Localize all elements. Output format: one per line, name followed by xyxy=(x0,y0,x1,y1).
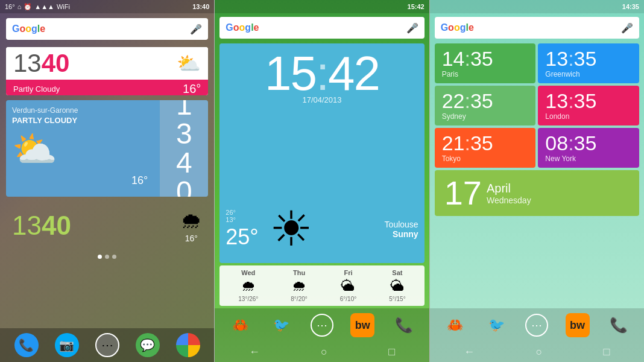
forecast-sat: Sat 🌥 5°/15° xyxy=(389,269,405,302)
home-button-3[interactable]: ○ xyxy=(535,346,542,358)
condition-text-1: Partly Cloudy xyxy=(13,84,60,94)
widget-weather-2: Verdun-sur-Garonne PARTLY CLOUDY ⛅ 16° 1… xyxy=(6,100,208,197)
weather-left-2: Verdun-sur-Garonne PARTLY CLOUDY ⛅ 16° xyxy=(6,100,160,197)
crab-app-3[interactable]: 🦀 xyxy=(443,313,467,337)
signal-icon: ▲▲▲ xyxy=(34,3,54,10)
crab-app-2[interactable]: 🦀 xyxy=(228,313,252,337)
bird-app-3[interactable]: 🐦 xyxy=(484,313,508,337)
recents-button-2[interactable]: □ xyxy=(388,346,395,358)
phone-app-2[interactable]: 📞 xyxy=(392,313,416,337)
dot-2 xyxy=(105,255,109,259)
forecast-fri: Fri 🌥 6°/10° xyxy=(340,269,356,302)
status-bar-2: 15:42 xyxy=(215,0,429,13)
status-left-1: 16° ⌂ ⏰ ▲▲▲ WiFi xyxy=(5,3,70,11)
dot-1 xyxy=(98,255,102,259)
back-button-2[interactable]: ← xyxy=(249,346,260,358)
clock-tile-greenwich: 13:35 Greenwich xyxy=(538,43,639,83)
app-dock-3: 🦀 🐦 ⋯ bw 📞 xyxy=(430,308,644,342)
google-logo-2: Google xyxy=(226,22,259,33)
home-button-2[interactable]: ○ xyxy=(321,346,327,358)
clock-hours-1: 13 xyxy=(13,49,42,77)
hangouts-app-icon[interactable]: 💬 xyxy=(136,333,160,357)
day-label-thu: Thu xyxy=(293,269,305,276)
london-time: 13:35 xyxy=(545,91,632,111)
nav-bar-2: ← ○ □ xyxy=(215,342,429,362)
status-right-2: 15:42 xyxy=(408,3,425,10)
camera-app-icon[interactable]: 📷 xyxy=(55,333,79,357)
clock-tile-london: 13:35 London xyxy=(538,86,639,125)
clock-top-1: 1340 ⛅ xyxy=(6,47,208,80)
back-button-3[interactable]: ← xyxy=(464,346,475,358)
status-bar-3: 14:35 xyxy=(430,0,644,13)
day-label-fri: Fri xyxy=(344,269,352,276)
temp-range-thu: 8°/20° xyxy=(291,296,307,302)
recents-button-3[interactable]: □ xyxy=(604,346,610,358)
sydney-time: 22:35 xyxy=(442,91,529,111)
clock-time-display-1: 1340 xyxy=(13,51,69,76)
forecast-icon-fri: 🌥 xyxy=(341,278,355,294)
mic-icon-1[interactable]: 🎤 xyxy=(190,24,202,35)
search-bar-1[interactable]: Google 🎤 xyxy=(6,18,208,40)
panel-android-3: 14:35 Google 🎤 14:35 Paris 13:35 Greenwi… xyxy=(430,0,644,362)
forecast-icon-thu: 🌧 xyxy=(292,278,306,294)
status-right-3: 14:35 xyxy=(622,3,639,10)
date-month-3: April xyxy=(487,182,531,195)
search-bar-3[interactable]: Google 🎤 xyxy=(435,17,639,39)
sydney-city: Sydney xyxy=(442,112,529,121)
cloud-icon-2: ⛅ xyxy=(12,128,154,171)
temp-range-2: 26°13° xyxy=(226,209,236,223)
bird-app-2[interactable]: 🐦 xyxy=(270,313,294,337)
date-day-3: Wednesday xyxy=(487,195,531,205)
google-logo-1: Google xyxy=(12,24,45,34)
world-clocks-grid: 14:35 Paris 13:35 Greenwich 22:35 Sydney… xyxy=(435,43,639,168)
bw-app-3[interactable]: bw xyxy=(566,313,590,337)
mic-icon-2[interactable]: 🎤 xyxy=(406,22,418,34)
status-right-1: 13:40 xyxy=(192,3,209,10)
weather-clock-2: 1 3 4 0 xyxy=(160,100,208,197)
clock-bottom-bar-1: Partly Cloudy 16° xyxy=(6,80,208,95)
apps-grid-3[interactable]: ⋯ xyxy=(525,314,548,337)
apps-grid-2[interactable]: ⋯ xyxy=(311,314,333,337)
mic-icon-3[interactable]: 🎤 xyxy=(621,22,633,34)
paris-time: 14:35 xyxy=(442,48,529,69)
cloud-rain-icon-3: 🌧 xyxy=(180,208,202,233)
big-date-display: 17/04/2013 xyxy=(302,95,341,104)
day-label-wed: Wed xyxy=(241,269,255,276)
forecast-wed: Wed 🌧 13°/26° xyxy=(238,269,258,302)
weather-widget-3: 🌧 16° xyxy=(180,208,202,243)
clock3-m: 40 xyxy=(42,211,71,240)
chrome-app-icon[interactable] xyxy=(176,333,200,357)
temp-3: 16° xyxy=(185,233,198,243)
big-temp-2: 25° xyxy=(226,224,258,250)
temp-status: 16° xyxy=(5,3,15,10)
vclock-3: 3 xyxy=(176,118,192,150)
weather-icon-1: ⛅ xyxy=(177,52,201,75)
temp-display-1: 16° xyxy=(183,82,201,95)
vclock-4: 4 xyxy=(176,147,192,179)
tokyo-city: Tokyo xyxy=(442,154,529,163)
date-text-3: April Wednesday xyxy=(487,182,531,205)
bluetooth-icon: ⌂ xyxy=(17,3,22,10)
wifi-icon: WiFi xyxy=(57,3,70,10)
panel-android-1: 16° ⌂ ⏰ ▲▲▲ WiFi 13:40 Google 🎤 1340 ⛅ P… xyxy=(0,0,214,362)
dots-indicator-1 xyxy=(0,255,214,259)
temp-big-2: 16° xyxy=(125,171,154,191)
clock-tile-tokyo: 21:35 Tokyo xyxy=(435,128,536,168)
search-bar-2[interactable]: Google 🎤 xyxy=(219,17,424,39)
bw-app-2[interactable]: bw xyxy=(350,313,374,337)
widget-clock-3: 1340 🌧 16° xyxy=(6,202,208,250)
date-number-3: 17 xyxy=(444,176,482,210)
forecast-bar-2: Wed 🌧 13°/26° Thu 🌧 8°/20° Fri 🌥 6°/10° … xyxy=(219,265,424,306)
app-dock-1: 📞 📷 ⋯ 💬 xyxy=(0,328,214,362)
phone-app-3[interactable]: 📞 xyxy=(607,313,631,337)
date-widget-3: 17 April Wednesday xyxy=(435,170,639,216)
phone-app-icon[interactable]: 📞 xyxy=(14,333,39,357)
greenwich-city: Greenwich xyxy=(545,70,632,78)
alarm-icon: ⏰ xyxy=(24,3,32,11)
tokyo-time: 21:35 xyxy=(442,133,529,153)
clock3-h: 13 xyxy=(12,211,42,240)
day-label-sat: Sat xyxy=(392,269,402,276)
temp-range-wed: 13°/26° xyxy=(238,296,258,302)
clock-tile-paris: 14:35 Paris xyxy=(435,43,536,83)
apps-grid-icon[interactable]: ⋯ xyxy=(95,333,119,357)
